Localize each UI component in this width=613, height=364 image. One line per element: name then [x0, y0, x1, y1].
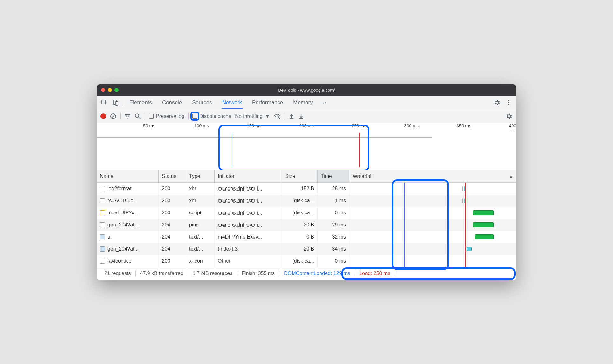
overview-body — [97, 130, 516, 170]
sort-asc-icon: ▲ — [509, 174, 513, 179]
filter-icon[interactable] — [124, 113, 131, 119]
panel-tabs: Elements Console Sources Network Perform… — [129, 96, 327, 109]
col-status[interactable]: Status — [159, 170, 186, 182]
tick-label: 50 ms — [143, 123, 155, 128]
svg-line-9 — [139, 117, 140, 119]
disable-cache-label: Disable cache — [199, 113, 231, 119]
devtools-window: DevTools - www.google.com/ Elements Cons… — [97, 84, 516, 280]
record-button[interactable] — [100, 113, 106, 119]
titlebar: DevTools - www.google.com/ — [97, 84, 516, 96]
network-conditions-icon[interactable] — [274, 113, 281, 119]
file-icon — [100, 198, 105, 203]
preserve-log-label: Preserve log — [156, 113, 184, 119]
svg-point-4 — [508, 102, 509, 103]
device-toggle-icon[interactable] — [111, 98, 121, 108]
request-row[interactable]: m=aLUfP?x... 200 script m=cdos,dpf,hsm,j… — [97, 207, 516, 219]
tick-label: 100 ms — [194, 123, 209, 128]
file-icon — [100, 222, 105, 227]
divider — [122, 99, 122, 106]
download-icon[interactable] — [298, 113, 304, 119]
status-domcontentloaded: DOMContentLoaded: 129 ms — [279, 271, 355, 276]
kebab-icon[interactable] — [504, 98, 514, 108]
traffic-lights — [97, 88, 119, 92]
col-name[interactable]: Name — [97, 170, 159, 182]
image-icon — [100, 234, 105, 239]
divider — [120, 113, 121, 120]
status-requests: 21 requests — [100, 271, 136, 276]
inspect-icon[interactable] — [99, 98, 109, 108]
tab-console[interactable]: Console — [162, 96, 183, 109]
file-icon — [100, 186, 105, 191]
network-toolbar: Preserve log Disable cache No throttling… — [97, 110, 516, 123]
status-transferred: 47.9 kB transferred — [136, 271, 188, 276]
chevron-down-icon: ▼ — [265, 113, 270, 119]
tab-network[interactable]: Network — [222, 96, 243, 109]
tab-memory[interactable]: Memory — [293, 96, 313, 109]
gear-icon[interactable] — [492, 98, 502, 108]
svg-point-3 — [508, 100, 509, 101]
request-row[interactable]: gen_204?at... 204 ping m=cdos,dpf,hsm,j.… — [97, 219, 516, 231]
main-tabbar: Elements Console Sources Network Perform… — [97, 96, 516, 110]
disable-cache-checkbox[interactable]: Disable cache — [192, 113, 231, 119]
highlight-box — [218, 125, 369, 170]
svg-point-5 — [508, 104, 509, 105]
svg-point-8 — [135, 114, 139, 118]
preserve-log-checkbox[interactable]: Preserve log — [149, 113, 184, 119]
status-resources: 1.7 MB resources — [188, 271, 237, 276]
clear-icon[interactable] — [110, 113, 116, 119]
maximize-icon[interactable] — [114, 88, 119, 92]
status-load: Load: 250 ms — [355, 271, 395, 276]
status-finish: Finish: 355 ms — [237, 271, 279, 276]
svg-rect-2 — [115, 102, 118, 105]
js-icon — [100, 210, 105, 215]
request-row[interactable]: rs=ACT90o... 200 xhr m=cdos,dpf,hsm,j...… — [97, 195, 516, 207]
tab-sources[interactable]: Sources — [191, 96, 212, 109]
gear-icon[interactable] — [506, 113, 513, 120]
upload-icon[interactable] — [289, 113, 294, 119]
request-row[interactable]: favicon.ico 200 x-icon Other (disk ca...… — [97, 255, 516, 267]
close-icon[interactable] — [101, 88, 105, 92]
network-rows: log?format... 200 xhr m=cdos,dpf,hsm,j..… — [97, 183, 516, 267]
timeline-overview[interactable]: 50 ms 100 ms 150 ms 200 ms 250 ms 300 ms… — [97, 123, 516, 170]
col-type[interactable]: Type — [186, 170, 215, 182]
tick-label: 300 ms — [404, 123, 419, 128]
more-tabs-icon[interactable]: » — [322, 96, 327, 109]
request-row[interactable]: log?format... 200 xhr m=cdos,dpf,hsm,j..… — [97, 183, 516, 195]
waterfall-label: Waterfall — [353, 173, 373, 179]
tab-performance[interactable]: Performance — [251, 96, 284, 109]
throttling-value: No throttling — [235, 113, 262, 119]
tick-label: 350 ms — [457, 123, 471, 128]
svg-point-10 — [277, 118, 278, 119]
throttling-select[interactable]: No throttling ▼ — [235, 113, 270, 119]
col-initiator[interactable]: Initiator — [215, 170, 282, 182]
request-row[interactable]: gen_204?at... 204 text/... (index):3 20 … — [97, 243, 516, 255]
search-icon[interactable] — [134, 113, 141, 119]
divider — [285, 113, 285, 120]
col-waterfall[interactable]: Waterfall ▲ — [349, 170, 516, 182]
file-icon — [100, 259, 105, 264]
divider — [145, 113, 145, 120]
col-time[interactable]: Time — [318, 170, 349, 182]
image-icon — [100, 246, 105, 252]
col-size[interactable]: Size — [282, 170, 318, 182]
network-table-header: Name Status Type Initiator Size Time Wat… — [97, 170, 516, 183]
request-row[interactable]: ui 204 text/... m=DhPYme,Ekev... 0 B 32 … — [97, 231, 516, 243]
window-title: DevTools - www.google.com/ — [97, 88, 516, 93]
divider — [188, 113, 189, 120]
status-bar: 21 requests 47.9 kB transferred 1.7 MB r… — [97, 267, 516, 280]
svg-line-7 — [112, 115, 115, 118]
tab-elements[interactable]: Elements — [129, 96, 153, 109]
minimize-icon[interactable] — [108, 88, 112, 92]
